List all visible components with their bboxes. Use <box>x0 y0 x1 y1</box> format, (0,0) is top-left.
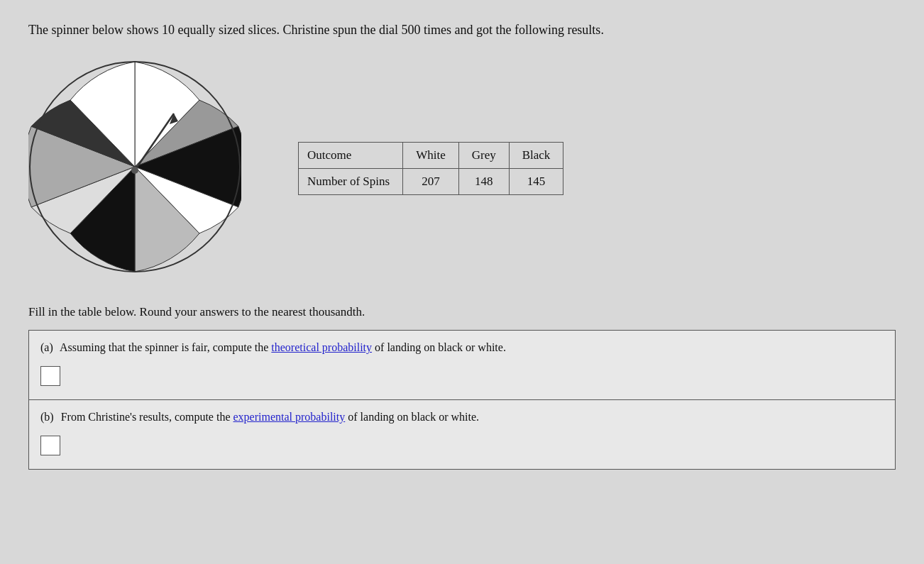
fill-section: Fill in the table below. Round your answ… <box>28 305 896 470</box>
part-b-label: (b) <box>40 411 54 423</box>
answer-b-input[interactable] <box>40 436 60 455</box>
row-black: 145 <box>509 169 563 195</box>
spinner-container <box>28 60 241 277</box>
table-header-row: Outcome White Grey Black <box>299 143 563 169</box>
question-a-text-end: of landing on black or white. <box>372 341 506 353</box>
experimental-probability-link[interactable]: experimental probability <box>233 411 346 423</box>
header-outcome: Outcome <box>299 143 403 169</box>
table-data-row: Number of Spins 207 148 145 <box>299 169 563 195</box>
question-a-box: (a) Assuming that the spinner is fair, c… <box>28 330 896 400</box>
question-b-label: (b) From Christine's results, compute th… <box>40 409 884 426</box>
fill-instruction: Fill in the table below. Round your answ… <box>28 305 896 319</box>
header-white: White <box>403 143 459 169</box>
question-b-box: (b) From Christine's results, compute th… <box>28 400 896 470</box>
intro-text: The spinner below shows 10 equally sized… <box>28 21 896 39</box>
svg-point-4 <box>131 167 138 174</box>
row-white: 207 <box>403 169 459 195</box>
header-black: Black <box>509 143 563 169</box>
main-content: Outcome White Grey Black Number of Spins… <box>28 60 896 277</box>
header-grey: Grey <box>458 143 509 169</box>
row-grey: 148 <box>458 169 509 195</box>
question-a-text: Assuming that the spinner is fair, compu… <box>60 341 271 353</box>
question-a-label: (a) Assuming that the spinner is fair, c… <box>40 339 884 356</box>
part-a-label: (a) <box>40 341 53 353</box>
spinner-svg <box>28 60 241 273</box>
question-b-text: From Christine's results, compute the <box>61 411 233 423</box>
table-container: Outcome White Grey Black Number of Spins… <box>298 142 896 195</box>
theoretical-probability-link[interactable]: theoretical probability <box>271 341 372 353</box>
results-table: Outcome White Grey Black Number of Spins… <box>298 142 563 195</box>
question-b-text-end: of landing on black or white. <box>345 411 479 423</box>
row-label: Number of Spins <box>299 169 403 195</box>
answer-a-input[interactable] <box>40 366 60 386</box>
